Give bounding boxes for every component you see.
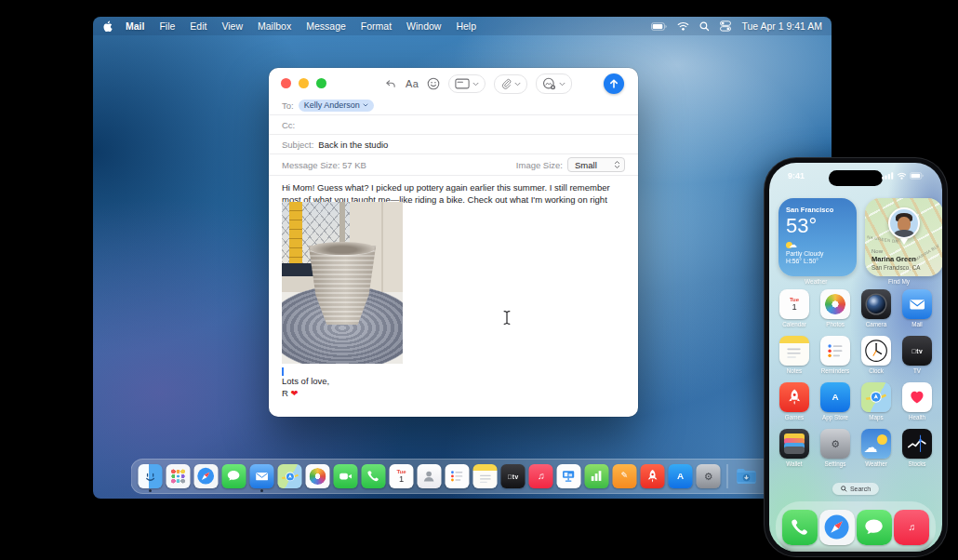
menu-window[interactable]: Window xyxy=(406,20,441,32)
dock-tv[interactable]: tv xyxy=(501,464,526,488)
insert-photo-button[interactable] xyxy=(536,73,572,94)
iphone-app-photos[interactable]: Photos xyxy=(819,289,851,327)
iphone-status-bar: 9:41 xyxy=(769,171,942,180)
appstore-icon: A xyxy=(820,382,850,412)
iphone-app-calendar[interactable]: Tue1Calendar xyxy=(778,289,810,327)
dock-pages[interactable]: ✎ xyxy=(613,464,637,488)
dock-separator xyxy=(727,464,728,488)
recipient-pill[interactable]: Kelly Anderson xyxy=(299,100,374,112)
menu-mailbox[interactable]: Mailbox xyxy=(258,20,291,32)
dock-facetime[interactable] xyxy=(334,464,358,488)
minimize-button[interactable] xyxy=(299,78,309,88)
dock-music[interactable]: ♫ xyxy=(529,464,553,488)
chevron-down-icon xyxy=(363,103,368,107)
insert-photo-icon xyxy=(542,77,556,90)
signature-block[interactable]: Lots of love, R ❤ xyxy=(282,376,329,400)
battery-icon[interactable] xyxy=(651,22,667,31)
dock-safari[interactable] xyxy=(194,464,219,488)
to-field[interactable]: To: Kelly Anderson xyxy=(269,96,638,115)
dock-notes[interactable] xyxy=(473,464,498,488)
weather-widget[interactable]: San Francisco 53° ☁ Partly Cloudy H:56° … xyxy=(778,198,857,276)
iphone-app-clock[interactable]: Clock xyxy=(860,336,892,374)
partly-cloudy-icon: ☁ xyxy=(786,240,849,249)
close-button[interactable] xyxy=(281,78,291,88)
findmy-widget[interactable]: NA GREEN DR MARINA BLV Now Marina Green … xyxy=(865,198,942,276)
dock-contacts[interactable] xyxy=(418,464,442,488)
iphone-app-games[interactable]: Games xyxy=(778,382,810,420)
iphone-app-tv[interactable]: tvTV xyxy=(901,336,933,374)
settings-icon: ⚙ xyxy=(820,429,850,459)
menubar-clock[interactable]: Tue Apr 1 9:41 AM xyxy=(741,20,822,32)
contacts-icon xyxy=(418,464,442,488)
menu-view[interactable]: View xyxy=(221,20,243,32)
iphone-app-stocks[interactable]: Stocks xyxy=(901,429,933,467)
dock-apps[interactable] xyxy=(166,464,191,488)
music-icon: ♫ xyxy=(529,464,553,488)
iphone-app-notes[interactable]: Notes xyxy=(778,336,810,374)
notes-icon xyxy=(779,336,809,366)
image-size-value: Small xyxy=(575,160,597,170)
menu-message[interactable]: Message xyxy=(306,20,346,32)
dock-numbers[interactable] xyxy=(585,464,609,488)
menu-edit[interactable]: Edit xyxy=(190,20,206,32)
image-size-select[interactable]: Small xyxy=(567,157,625,172)
menu-format[interactable]: Format xyxy=(361,20,392,32)
reminders-icon xyxy=(446,464,470,488)
to-label: To: xyxy=(282,100,294,111)
send-button[interactable] xyxy=(604,73,624,94)
app-label: Notes xyxy=(787,367,802,374)
wifi-icon[interactable] xyxy=(677,21,689,31)
iphone-app-weather[interactable]: ☁Weather xyxy=(860,429,892,467)
dock-messages[interactable] xyxy=(222,464,246,488)
dock-games[interactable] xyxy=(641,464,665,488)
iphone-app-health[interactable]: Health xyxy=(901,382,933,420)
dock-phone[interactable] xyxy=(362,464,386,488)
desktop-composite: MailFileEditViewMailboxMessageFormatWind… xyxy=(0,0,958,560)
compose-toolbar: Aa xyxy=(384,74,572,93)
message-size-row: Message Size: 57 KB Image Size: Small xyxy=(269,154,638,176)
iphone-app-mail[interactable]: Mail xyxy=(901,289,933,327)
menu-file[interactable]: File xyxy=(159,20,175,32)
dock-downloads[interactable] xyxy=(735,464,759,488)
findmy-location: Marina Green xyxy=(872,255,921,263)
dock-photos[interactable] xyxy=(306,464,330,488)
cc-field[interactable]: Cc: xyxy=(269,115,638,135)
control-center-icon[interactable] xyxy=(720,20,731,32)
iphone-app-wallet[interactable]: Wallet xyxy=(778,429,810,467)
spotlight-search-button[interactable]: Search xyxy=(832,483,879,495)
dock-settings[interactable]: ⚙ xyxy=(697,464,721,488)
emoji-button[interactable] xyxy=(427,77,440,90)
attach-button[interactable] xyxy=(494,74,527,94)
weather-city: San Francisco xyxy=(786,206,849,214)
search-icon[interactable] xyxy=(699,21,710,32)
dock-finder[interactable] xyxy=(139,464,163,488)
app-label: Settings xyxy=(825,460,846,467)
iphone-app-maps[interactable]: Maps xyxy=(860,382,892,420)
menu-mail[interactable]: Mail xyxy=(126,20,144,32)
dock-keynote[interactable] xyxy=(557,464,581,488)
dock-mail[interactable] xyxy=(250,464,274,488)
iphone-app-camera[interactable]: Camera xyxy=(860,289,892,327)
undo-button[interactable] xyxy=(384,78,397,90)
iphone-dock-safari[interactable] xyxy=(819,510,855,545)
format-button[interactable]: Aa xyxy=(406,78,419,89)
iphone-dock-messages[interactable] xyxy=(857,510,892,545)
iphone-dock-music[interactable]: ♫ xyxy=(894,510,929,545)
notes-icon xyxy=(473,464,498,488)
zoom-button[interactable] xyxy=(316,78,326,88)
dock-calendar[interactable]: Tue1 xyxy=(390,464,414,488)
iphone-app-reminders[interactable]: Reminders xyxy=(819,336,851,374)
menu-items: MailFileEditViewMailboxMessageFormatWind… xyxy=(126,20,491,32)
subject-field[interactable]: Subject: Back in the studio xyxy=(269,135,638,154)
dock-reminders[interactable] xyxy=(446,464,470,488)
header-fields-button[interactable] xyxy=(448,74,486,93)
app-label: Wallet xyxy=(786,460,802,467)
iphone-app-app-store[interactable]: AApp Store xyxy=(819,382,851,420)
attached-pottery-photo[interactable] xyxy=(282,202,403,364)
menu-help[interactable]: Help xyxy=(456,20,476,32)
iphone-dock-phone[interactable] xyxy=(782,510,818,545)
dock-app-store[interactable]: A xyxy=(669,464,693,488)
apple-menu[interactable] xyxy=(102,20,113,33)
iphone-app-settings[interactable]: ⚙Settings xyxy=(819,429,851,467)
dock-maps[interactable] xyxy=(278,464,302,488)
